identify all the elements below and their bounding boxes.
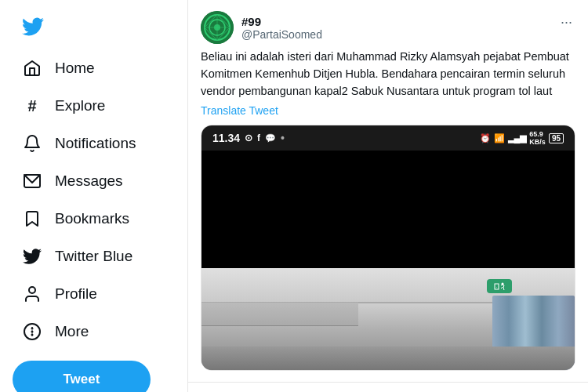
wifi-icon: 📶 <box>494 133 505 143</box>
sidebar: Home # Explore Notifications Messages Bo… <box>0 0 188 392</box>
home-icon <box>22 58 42 78</box>
sidebar-item-messages-label: Messages <box>55 172 123 190</box>
overhead-bin-left <box>201 303 358 326</box>
tweet-header: #99 @PartaiSoomed ··· <box>201 11 575 44</box>
sidebar-item-more-label: More <box>55 323 89 340</box>
tweet-more-button[interactable]: ··· <box>557 11 575 34</box>
avatar[interactable] <box>201 11 234 44</box>
sidebar-item-profile[interactable]: Profile <box>13 276 175 312</box>
tweet-media[interactable]: 11.34 ⊙ f 💬 • ⏰ 📶 ▂▄▆ 65.9KB/s 95 <box>201 125 575 371</box>
statusbar-time: 11.34 <box>212 132 240 144</box>
author-info: #99 @PartaiSoomed <box>241 15 322 41</box>
whatsapp-icon: ⊙ <box>245 132 252 143</box>
explore-icon: # <box>22 96 42 116</box>
cabin-floor <box>201 347 575 370</box>
sidebar-item-twitter-blue[interactable]: Twitter Blue <box>13 238 175 274</box>
messenger-icon: 💬 <box>265 133 276 143</box>
sidebar-item-bookmarks[interactable]: Bookmarks <box>13 201 175 237</box>
sidebar-item-notifications-label: Notifications <box>55 135 136 152</box>
author-handle[interactable]: @PartaiSoomed <box>241 28 322 41</box>
dot-indicator: • <box>281 132 285 144</box>
sidebar-item-explore[interactable]: # Explore <box>13 88 175 124</box>
battery-icon: 95 <box>549 133 564 143</box>
sidebar-item-messages[interactable]: Messages <box>13 163 175 199</box>
tweet-button[interactable]: Tweet <box>13 361 151 392</box>
exit-sign <box>487 279 512 293</box>
sidebar-item-notifications[interactable]: Notifications <box>13 125 175 162</box>
tweet-card: #99 @PartaiSoomed ··· Beliau ini adalah … <box>188 0 588 383</box>
main-content: #99 @PartaiSoomed ··· Beliau ini adalah … <box>188 0 588 392</box>
video-area <box>201 151 575 268</box>
svg-point-12 <box>214 24 220 31</box>
signal-bars: ▂▄▆ <box>508 133 527 143</box>
twitter-logo[interactable] <box>13 8 175 47</box>
sidebar-item-bookmarks-label: Bookmarks <box>55 210 129 227</box>
messages-icon <box>22 171 42 191</box>
sidebar-item-more[interactable]: More <box>13 314 175 350</box>
sidebar-item-explore-label: Explore <box>55 97 105 114</box>
sidebar-item-home-label: Home <box>55 60 95 77</box>
translate-link[interactable]: Translate Tweet <box>201 104 575 117</box>
statusbar-left: 11.34 ⊙ f 💬 • <box>212 132 285 144</box>
twitter-blue-icon <box>22 246 42 267</box>
tweet-text: Beliau ini adalah isteri dari Muhammad R… <box>201 49 575 100</box>
statusbar-right: ⏰ 📶 ▂▄▆ 65.9KB/s 95 <box>480 130 564 146</box>
svg-point-1 <box>29 287 35 293</box>
facebook-icon: f <box>257 132 260 143</box>
speed-indicator: 65.9KB/s <box>529 130 546 146</box>
airplane-interior-image <box>201 268 575 370</box>
notifications-icon <box>22 133 42 154</box>
sidebar-item-twitter-blue-label: Twitter Blue <box>55 248 132 265</box>
phone-statusbar: 11.34 ⊙ f 💬 • ⏰ 📶 ▂▄▆ 65.9KB/s 95 <box>201 125 575 151</box>
bookmarks-icon <box>22 209 42 229</box>
sidebar-item-home[interactable]: Home <box>13 50 175 86</box>
alarm-icon: ⏰ <box>480 133 491 143</box>
more-icon <box>22 321 42 342</box>
profile-icon <box>22 284 42 304</box>
tweet-author: #99 @PartaiSoomed <box>201 11 322 44</box>
sidebar-item-profile-label: Profile <box>55 285 97 303</box>
author-name[interactable]: #99 <box>241 15 322 28</box>
